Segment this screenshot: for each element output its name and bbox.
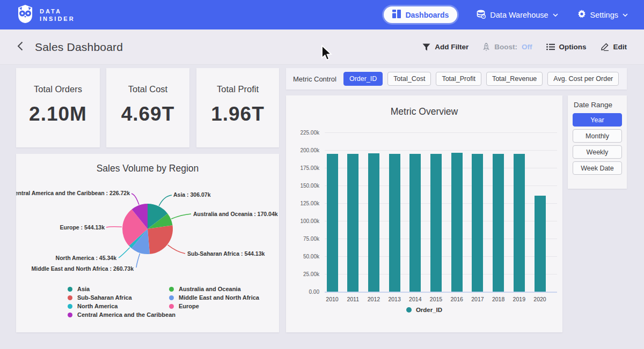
pie-legend-item[interactable]: Middle East and North Africa <box>169 293 259 302</box>
pie-leader-line <box>136 254 140 268</box>
date-range-year[interactable]: Year <box>573 113 622 127</box>
owl-logo-icon <box>16 4 34 26</box>
bar-2013[interactable] <box>389 154 400 292</box>
pie-slice-sub-saharan-africa[interactable] <box>148 225 173 254</box>
x-axis-tick: 2012 <box>363 296 384 302</box>
boost-toggle[interactable]: Boost: Off <box>482 43 532 51</box>
settings-menu[interactable]: Settings <box>577 10 628 20</box>
kpi-label: Total Profit <box>217 84 259 94</box>
pie-legend-item[interactable]: Europe <box>169 302 259 310</box>
y-axis-tick: 100.00k <box>287 218 319 224</box>
pie-legend-item[interactable]: Central America and the Caribbean <box>68 310 175 319</box>
data-warehouse-label: Data Warehouse <box>490 11 548 19</box>
gridline <box>325 292 557 293</box>
edit-button[interactable]: Edit <box>601 43 627 51</box>
y-axis-tick: 200.00k <box>287 147 319 153</box>
page-title: Sales Dashboard <box>35 41 123 54</box>
y-axis-tick: 25.00k <box>287 271 319 277</box>
y-axis-tick: 75.00k <box>287 236 319 242</box>
x-axis-tick: 2018 <box>488 296 509 302</box>
metric-overview-panel: Metric Overview 225.00k200.00k175.00k150… <box>286 95 562 332</box>
kpi-label: Total Cost <box>128 84 167 94</box>
legend-dot-icon <box>169 304 174 309</box>
y-axis-tick: 0.00 <box>287 289 319 295</box>
date-range-label: Date Range <box>574 101 622 109</box>
date-range-weekly[interactable]: Weekly <box>573 145 622 159</box>
bar-2017[interactable] <box>472 154 483 292</box>
brand-text: DATA INSIDER <box>40 8 75 23</box>
metric-chip-total-cost[interactable]: Total_Cost <box>387 72 431 86</box>
bar-2012[interactable] <box>368 153 379 292</box>
options-list-icon <box>546 43 555 50</box>
date-range-week-date[interactable]: Week Date <box>573 161 622 175</box>
kpi-value: 4.69T <box>121 103 175 125</box>
add-filter-button[interactable]: Add Filter <box>422 43 469 51</box>
pie-legend-item[interactable]: North America <box>68 302 175 310</box>
pie-legend-item[interactable]: Asia <box>68 285 175 293</box>
metric-chip-avg-cost-per-order[interactable]: Avg. Cost per Order <box>547 72 619 86</box>
bar-2014[interactable] <box>409 154 421 292</box>
kpi-label: Total Orders <box>34 84 82 94</box>
bar-2011[interactable] <box>347 154 358 292</box>
legend-label: Central America and the Caribbean <box>77 311 175 318</box>
metric-control-label: Metric Control <box>293 75 336 83</box>
pie-legend-item[interactable]: Sub-Saharan Africa <box>68 293 175 302</box>
pie-slice-label: Australia and Oceania : 170.04k <box>193 211 278 217</box>
bar-chart-legend: Order_ID <box>286 307 562 313</box>
legend-label: Asia <box>77 286 90 292</box>
metric-chip-order-id[interactable]: Order_ID <box>343 72 383 86</box>
page-header: Sales Dashboard Add Filter Boost: Off <box>0 29 644 65</box>
x-axis-tick: 2017 <box>467 296 488 302</box>
filter-funnel-icon <box>422 43 430 51</box>
dashboards-label: Dashboards <box>405 11 449 19</box>
pie-leader-line <box>168 245 185 254</box>
bar-2019[interactable] <box>514 154 525 292</box>
legend-label: Sub-Saharan Africa <box>77 294 132 301</box>
pie-slice-label: North America : 45.34k <box>56 255 117 261</box>
legend-label: North America <box>77 303 118 309</box>
chevron-down-icon <box>623 13 628 17</box>
pie-leader-line <box>171 214 191 219</box>
metric-control-bar: Metric Control Order_IDTotal_CostTotal_P… <box>286 68 627 90</box>
pie-leader-line <box>106 227 122 227</box>
metric-chip-total-revenue[interactable]: Total_Revenue <box>486 72 543 86</box>
legend-dot-icon <box>68 304 72 309</box>
kpi-value: 1.96T <box>211 103 265 125</box>
pencil-icon <box>601 43 609 51</box>
data-warehouse-menu[interactable]: Data Warehouse <box>477 10 558 20</box>
gear-icon <box>577 10 586 20</box>
boost-status: Off <box>522 43 532 51</box>
x-axis-tick: 2020 <box>530 296 550 302</box>
y-axis-tick: 125.00k <box>287 201 319 206</box>
x-axis-tick: 2015 <box>426 296 447 302</box>
pie-leader-line <box>119 248 130 258</box>
legend-label: Europe <box>179 303 199 309</box>
chevron-down-icon <box>553 13 558 17</box>
bar-2020[interactable] <box>535 196 546 292</box>
dashboards-button[interactable]: Dashboards <box>384 6 457 23</box>
bar-legend-item[interactable]: Order_ID <box>406 307 442 313</box>
legend-label: Australia and Oceania <box>179 286 241 292</box>
gridline <box>325 132 557 133</box>
date-range-monthly[interactable]: Monthly <box>573 129 622 143</box>
date-range-panel: Date Range YearMonthlyWeeklyWeek Date <box>568 95 627 189</box>
back-button[interactable] <box>17 41 23 53</box>
metric-chip-total-profit[interactable]: Total_Profit <box>436 72 481 86</box>
app-root: DATA INSIDER Dashboards <box>0 0 644 349</box>
y-axis-tick: 50.00k <box>287 254 319 259</box>
pie-slice-label: Middle East and North Africa : 260.73k <box>32 265 134 272</box>
settings-label: Settings <box>590 11 618 19</box>
pie-chart-title: Sales Volume by Region <box>16 163 279 174</box>
bar-2018[interactable] <box>493 154 504 292</box>
brand[interactable]: DATA INSIDER <box>16 4 75 26</box>
bar-2016[interactable] <box>451 153 463 292</box>
y-axis-tick: 225.00k <box>287 130 319 136</box>
bar-2015[interactable] <box>430 154 442 292</box>
bar-2010[interactable] <box>327 154 338 292</box>
pie-chart[interactable]: Asia : 306.07kAustralia and Oceania : 17… <box>16 180 279 293</box>
pie-slice-label: Asia : 306.07k <box>173 191 211 198</box>
rocket-icon <box>482 43 490 51</box>
pie-legend-item[interactable]: Australia and Oceania <box>169 285 259 293</box>
dashboard-grid-icon <box>392 10 401 20</box>
options-button[interactable]: Options <box>546 43 587 51</box>
